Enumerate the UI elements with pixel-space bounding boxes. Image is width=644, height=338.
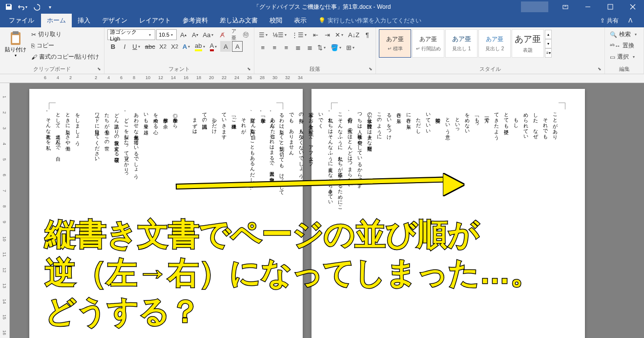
ruler-tick: 2 xyxy=(2,111,7,114)
tab-home[interactable]: ホーム xyxy=(41,14,72,27)
style-preview: あア亜 xyxy=(452,35,471,43)
minimize-button[interactable] xyxy=(577,0,599,14)
ruler-tick: 4 xyxy=(57,75,59,80)
clipboard-launcher[interactable]: ⬊ xyxy=(96,65,103,72)
paste-button[interactable]: 貼り付け ▾ xyxy=(3,29,28,64)
ruler-tick: 10 xyxy=(2,236,7,241)
tell-me-placeholder: 実行したい作業を入力してください xyxy=(328,17,421,25)
arrow-shaft xyxy=(176,177,444,190)
italic-button[interactable]: I xyxy=(119,41,130,52)
decrease-indent-button[interactable]: ⇤ xyxy=(310,29,321,40)
character-border-button[interactable]: A xyxy=(232,41,243,52)
shrink-font-button[interactable]: A▾ xyxy=(189,29,200,40)
character-shading-button[interactable]: A xyxy=(220,41,231,52)
enclose-characters-button[interactable]: ㊞ xyxy=(240,29,251,40)
tell-me-search[interactable]: 💡実行したい作業を入力してください xyxy=(312,14,427,27)
ruler-tick: 8 xyxy=(2,205,7,208)
undo-button[interactable]: ▾ xyxy=(17,1,28,13)
horizontal-ruler[interactable]: 642246810121416182022242628303234 xyxy=(0,74,644,83)
ruler-tick: 26 xyxy=(247,75,252,80)
style-no-spacing[interactable]: あア亜 ↵ 行間詰め xyxy=(412,29,444,58)
change-case-button[interactable]: Aa▾ xyxy=(201,29,216,40)
shading-button[interactable]: 🪣▾ xyxy=(329,42,344,53)
tab-references[interactable]: 参考資料 xyxy=(177,14,214,27)
underline-button[interactable]: U▾ xyxy=(131,41,142,52)
annotation-line-1: 縦書き文書でページの並び順が xyxy=(45,215,541,254)
format-painter-button[interactable]: 🖌書式のコピー/貼り付け xyxy=(29,52,101,62)
sort-button[interactable]: A↓Z xyxy=(347,29,361,40)
replace-button[interactable]: ᵃᵇ↔置換 xyxy=(608,41,641,51)
find-label: 検索 xyxy=(619,30,631,39)
phonetic-guide-button[interactable]: ア亜 xyxy=(229,29,239,40)
style-heading-1[interactable]: あア亜 見出し 1 xyxy=(445,29,478,58)
ruler-tick: 28 xyxy=(260,75,265,80)
justify-button[interactable]: ≣ xyxy=(292,42,303,53)
styles-launcher[interactable]: ⬊ xyxy=(596,65,603,72)
text-effects-button[interactable]: A▾ xyxy=(181,41,192,52)
font-size-combo[interactable]: 10.5▾ xyxy=(156,29,177,40)
cut-label: 切り取り xyxy=(38,30,62,39)
style-heading-2[interactable]: あア亜 見出し 2 xyxy=(478,29,511,58)
save-button[interactable] xyxy=(3,1,15,13)
show-hide-button[interactable]: ¶ xyxy=(362,29,373,40)
group-font: 游ゴシック Ligh▾ 10.5▾ A▴ A▾ Aa▾ A̸ ア亜 ㊞ B I … xyxy=(104,27,254,74)
redo-button[interactable] xyxy=(30,1,42,13)
document-text-line: ことがあり xyxy=(550,109,560,338)
tab-review[interactable]: 校閲 xyxy=(264,14,288,27)
copy-button[interactable]: ⎘コピー xyxy=(29,41,101,51)
share-button[interactable]: ⇪共有 xyxy=(600,17,619,25)
numbering-button[interactable]: ⅛☰▾ xyxy=(271,29,289,40)
style-preview: あア亜 xyxy=(386,35,404,43)
style-preview: あア亜 xyxy=(419,35,437,43)
gallery-expand[interactable]: ≡▾ xyxy=(545,48,552,58)
ribbon: 貼り付け ▾ ✂切り取り ⎘コピー 🖌書式のコピー/貼り付け クリップボード ⬊… xyxy=(0,27,644,74)
gallery-row-down[interactable]: ▾ xyxy=(545,39,552,48)
clear-formatting-button[interactable]: A̸ xyxy=(217,29,228,40)
collapse-ribbon-button[interactable]: ᐱ xyxy=(625,14,635,27)
increase-indent-button[interactable]: ⇥ xyxy=(322,29,332,40)
distributed-button[interactable]: ≣ xyxy=(304,42,315,53)
close-button[interactable] xyxy=(622,0,644,14)
highlight-button[interactable]: ab▾ xyxy=(193,41,207,52)
align-right-button[interactable]: ≡ xyxy=(281,42,291,53)
style-title[interactable]: あア亜 表題 xyxy=(512,29,544,58)
find-button[interactable]: 🔍検索▾ xyxy=(608,29,641,40)
bullets-button[interactable]: ☰▾ xyxy=(257,29,270,40)
style-normal[interactable]: あア亜 ↵ 標準 xyxy=(379,29,411,58)
multilevel-list-button[interactable]: ⋮☰▾ xyxy=(290,29,309,40)
bold-button[interactable]: B xyxy=(107,41,118,52)
align-left-button[interactable]: ≡ xyxy=(257,42,268,53)
line-spacing-button[interactable]: ⇅▾ xyxy=(316,42,328,53)
superscript-button[interactable]: X2 xyxy=(169,41,180,52)
tab-insert[interactable]: 挿入 xyxy=(72,14,96,27)
font-color-button[interactable]: A▾ xyxy=(208,41,220,52)
ribbon-display-options[interactable] xyxy=(554,0,577,14)
asian-layout-button[interactable]: ✕▾ xyxy=(333,29,346,40)
group-label-font: フォント xyxy=(107,64,251,74)
tab-layout[interactable]: レイアウト xyxy=(133,14,177,27)
user-account-area[interactable] xyxy=(521,1,548,12)
grow-font-button[interactable]: A▴ xyxy=(178,29,188,40)
font-name-combo[interactable]: 游ゴシック Ligh▾ xyxy=(107,29,155,40)
align-center-button[interactable]: ≡ xyxy=(269,42,280,53)
customize-qat-button[interactable]: ▾ xyxy=(44,1,56,13)
tab-mailings[interactable]: 差し込み文書 xyxy=(214,14,264,27)
maximize-button[interactable] xyxy=(599,0,622,14)
cut-button[interactable]: ✂切り取り xyxy=(29,29,101,40)
strikethrough-button[interactable]: abc xyxy=(144,41,157,52)
titlebar-right xyxy=(521,0,644,14)
tab-file[interactable]: ファイル xyxy=(2,14,41,27)
quick-access-toolbar: ▾ ▾ xyxy=(0,1,56,13)
vertical-ruler[interactable]: 1234567891011121314151617 xyxy=(0,83,10,338)
select-button[interactable]: ▭選択▾ xyxy=(608,52,641,62)
subscript-button[interactable]: X2 xyxy=(158,41,168,52)
annotation-line-2: 逆（左→右）になってしまった…。 xyxy=(45,254,541,292)
ruler-tick: 1 xyxy=(2,96,7,98)
font-launcher[interactable]: ⬊ xyxy=(246,65,252,72)
tab-design[interactable]: デザイン xyxy=(96,14,133,27)
tab-view[interactable]: 表示 xyxy=(288,14,312,27)
borders-button[interactable]: ⊞▾ xyxy=(345,42,357,53)
paragraph-launcher[interactable]: ⬊ xyxy=(367,65,374,72)
ruler-tick: 5 xyxy=(2,158,7,161)
gallery-row-up[interactable]: ▴ xyxy=(545,30,552,39)
